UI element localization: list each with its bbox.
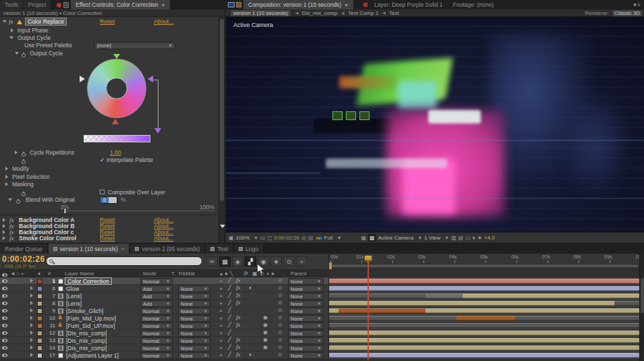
expander-icon[interactable]: [30, 323, 33, 327]
adjustment-switch-icon[interactable]: ◑: [248, 285, 252, 291]
parent-select[interactable]: None▼: [288, 308, 324, 314]
layer-duration-bar[interactable]: [614, 301, 639, 306]
close-icon[interactable]: ×: [121, 246, 125, 252]
collapse-switch-icon[interactable]: ▴: [220, 308, 223, 313]
timeline-tab-render-queue[interactable]: Render Queue: [0, 244, 47, 254]
fx-switch-icon[interactable]: fx: [236, 299, 241, 306]
eye-icon[interactable]: [2, 294, 7, 298]
renderer-button[interactable]: Classic 3D: [612, 9, 643, 17]
tab-layer[interactable]: Layer: Deep Purple Solid 1: [370, 0, 448, 9]
composition-viewport[interactable]: Active Camera: [226, 17, 644, 232]
layer-name[interactable]: [Dis_mix_comp]: [66, 329, 107, 337]
layer-track[interactable]: [328, 277, 639, 285]
input-phase-label[interactable]: Input Phase: [18, 27, 48, 34]
trkmat-column[interactable]: TrkMat: [178, 271, 195, 277]
layer-duration-bar[interactable]: [329, 338, 639, 343]
mode-select[interactable]: Add▼: [140, 300, 173, 307]
mode-select[interactable]: Normal▼: [140, 308, 173, 314]
trkmat-select[interactable]: None▼: [178, 345, 210, 352]
mask-visibility-icon[interactable]: ◻: [268, 235, 272, 241]
stopwatch-icon[interactable]: [16, 200, 20, 204]
scrollbar-thumb[interactable]: [641, 278, 644, 313]
fx-switch-icon[interactable]: fx: [236, 321, 241, 328]
label-color-swatch[interactable]: [37, 279, 42, 284]
trkmat-select[interactable]: None▼: [178, 323, 210, 329]
label-color-swatch[interactable]: [37, 286, 42, 291]
parent-pickwhip-icon[interactable]: ⊘: [278, 277, 283, 283]
layer-track[interactable]: [328, 329, 639, 337]
panel-menu-icon[interactable]: ▼≡: [632, 2, 641, 8]
collapse-switch-icon[interactable]: ▴: [220, 323, 223, 328]
collapse-switch-icon[interactable]: ▴: [220, 278, 223, 283]
layer-duration-bar[interactable]: [457, 316, 515, 321]
parent-pickwhip-icon[interactable]: ⊘: [278, 329, 283, 335]
layer-duration-bar[interactable]: [329, 294, 426, 298]
breadcrumb-item-active[interactable]: version 1 (10 seconds): [230, 9, 291, 17]
eye-icon[interactable]: [2, 331, 7, 335]
layer-name[interactable]: Glow: [66, 285, 79, 292]
quality-switch-icon[interactable]: ╱: [228, 277, 231, 283]
show-snapshot-icon[interactable]: ▤: [308, 235, 314, 241]
layer-duration-bar[interactable]: [329, 323, 639, 328]
parent-select[interactable]: None▼: [288, 278, 324, 285]
pixel-selection-label[interactable]: Pixel Selection: [12, 173, 50, 180]
collapse-switch-icon[interactable]: ▴: [220, 337, 223, 343]
layer-track[interactable]: [328, 337, 639, 344]
mode-select[interactable]: Normal▼: [140, 278, 173, 285]
layer-duration-bar[interactable]: [329, 301, 639, 306]
parent-select[interactable]: None▼: [288, 315, 324, 322]
snapshot-icon[interactable]: ◎: [301, 235, 306, 241]
layer-name[interactable]: [Lens]: [66, 300, 82, 307]
label-color-swatch[interactable]: [37, 323, 42, 329]
eye-icon[interactable]: [2, 287, 7, 290]
auto-keyframe-icon[interactable]: ⊙: [283, 256, 295, 267]
trkmat-select[interactable]: None▼: [178, 352, 210, 359]
expander-icon[interactable]: [30, 353, 33, 357]
breadcrumb-item[interactable]: Text: [389, 10, 399, 16]
quality-switch-icon[interactable]: ╱: [228, 352, 231, 358]
fx-switch-icon[interactable]: fx: [236, 314, 241, 321]
time-ruler[interactable]: 00s01s02s03s04s05s06s07s08s09s10s: [328, 254, 639, 270]
blend-input[interactable]: 0: [100, 196, 117, 204]
search-box[interactable]: [46, 256, 202, 266]
about-link[interactable]: About...: [154, 18, 173, 25]
timeline-tab-version-2-95-seconds-[interactable]: version 2 (95 seconds): [130, 244, 204, 254]
layer-row-10[interactable]: 10♟[Fum_Mid_Up.mov]Normal▼None▼▴╱fx◉⊘Non…: [0, 314, 639, 322]
zoom-select[interactable]: 100%▼: [236, 235, 258, 241]
layer-row-6[interactable]: 6GlowAdd▼None▼▴╱fx◑⊘None▼: [0, 285, 639, 292]
parent-select[interactable]: None▼: [288, 285, 324, 292]
layer-row-7[interactable]: 7[Lens]Add▼None▼▴╱fx⊘None▼: [0, 292, 639, 300]
parent-select[interactable]: None▼: [288, 323, 324, 329]
layer-duration-bar[interactable]: [339, 308, 426, 313]
layer-name[interactable]: [Adjustment Layer 1]: [66, 352, 119, 359]
parent-pickwhip-icon[interactable]: ⊘: [278, 314, 283, 321]
playhead-marker[interactable]: [364, 255, 372, 261]
flowchart-icon[interactable]: ♦: [473, 235, 475, 241]
quality-switch-icon[interactable]: ╱: [228, 292, 231, 298]
trkmat-select[interactable]: None▼: [178, 285, 210, 292]
effect-name[interactable]: Smoke Color Control: [19, 235, 76, 242]
preset-palette-select[interactable]: [none] ▼: [94, 42, 175, 49]
stopwatch-icon[interactable]: [22, 192, 26, 196]
quality-switch-icon[interactable]: ╱: [228, 307, 231, 313]
quality-switch-icon[interactable]: ╱: [228, 344, 231, 350]
scroll-down-icon[interactable]: [220, 225, 225, 228]
label-color-swatch[interactable]: [37, 301, 42, 306]
label-color-swatch[interactable]: [37, 345, 42, 351]
label-color-swatch[interactable]: [37, 338, 42, 343]
layer-row-13[interactable]: 13[Dis_mix_comp]Normal▼None▼▴╱fx◉⊘None▼: [0, 337, 639, 344]
layer-row-14[interactable]: 14[Dis_mix_comp]Normal▼None▼▴╱fx◉⊘None▼: [0, 344, 639, 352]
collapse-switch-icon[interactable]: ▴: [220, 293, 223, 298]
expander-icon[interactable]: [30, 294, 33, 298]
collapse-switch-icon[interactable]: ▴: [220, 315, 223, 321]
expander-icon[interactable]: [30, 301, 33, 305]
parent-select[interactable]: None▼: [288, 352, 324, 359]
label-color-swatch[interactable]: [37, 316, 42, 321]
breadcrumb-item[interactable]: Dis_mix_comp: [302, 10, 337, 16]
parent-select[interactable]: None▼: [288, 330, 324, 337]
mode-select[interactable]: Normal▼: [140, 330, 173, 337]
eye-icon[interactable]: [2, 309, 7, 312]
trkmat-select[interactable]: None▼: [178, 308, 210, 314]
layer-name[interactable]: [Fum_Mid_Up.mov]: [66, 314, 116, 322]
palette-gradient-bar[interactable]: [84, 135, 150, 142]
